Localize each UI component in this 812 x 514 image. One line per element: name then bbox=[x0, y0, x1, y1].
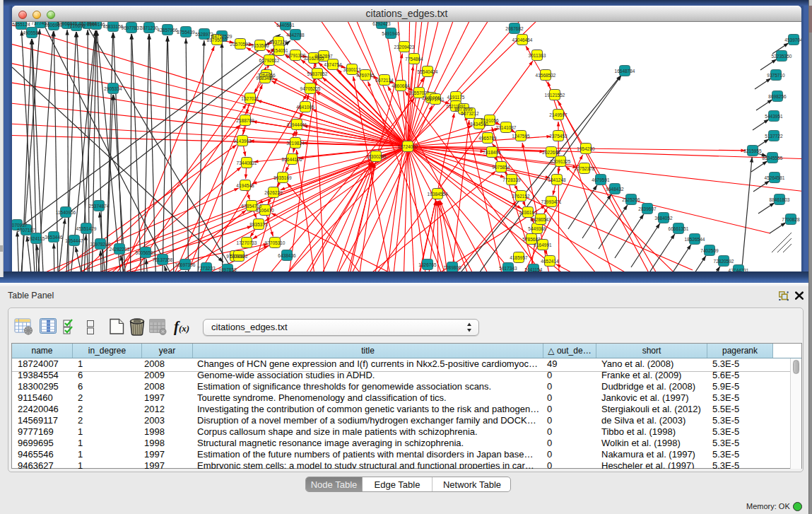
svg-text:4679591: 4679591 bbox=[592, 177, 610, 182]
svg-text:18300295: 18300295 bbox=[366, 154, 387, 159]
svg-text:5491946: 5491946 bbox=[382, 31, 400, 36]
svg-text:18526544: 18526544 bbox=[685, 237, 705, 242]
svg-text:1054447: 1054447 bbox=[65, 238, 83, 243]
svg-text:41568532: 41568532 bbox=[536, 73, 556, 78]
svg-text:72820592: 72820592 bbox=[714, 259, 734, 264]
svg-text:11540956: 11540956 bbox=[56, 210, 76, 215]
svg-text:19384554: 19384554 bbox=[428, 192, 448, 197]
svg-text:5673212: 5673212 bbox=[461, 111, 479, 116]
svg-text:8434500: 8434500 bbox=[470, 122, 488, 127]
svg-text:3219824: 3219824 bbox=[286, 141, 305, 146]
svg-text:9548432: 9548432 bbox=[606, 187, 624, 192]
svg-text:1326765: 1326765 bbox=[418, 262, 437, 267]
svg-text:96977837: 96977837 bbox=[122, 25, 142, 30]
svg-text:4652414: 4652414 bbox=[541, 259, 559, 264]
svg-text:94705205: 94705205 bbox=[300, 86, 321, 91]
svg-text:4965789: 4965789 bbox=[478, 136, 497, 141]
svg-text:41944441: 41944441 bbox=[287, 122, 307, 127]
svg-text:8215955: 8215955 bbox=[743, 148, 762, 153]
svg-text:2087682: 2087682 bbox=[505, 26, 524, 31]
svg-text:20752378: 20752378 bbox=[575, 166, 595, 171]
svg-text:7700828: 7700828 bbox=[782, 217, 800, 222]
svg-text:17270733: 17270733 bbox=[237, 240, 257, 245]
svg-text:2022698: 2022698 bbox=[542, 150, 560, 155]
svg-text:23209423: 23209423 bbox=[394, 45, 415, 49]
svg-text:3684052: 3684052 bbox=[654, 216, 673, 221]
svg-text:45351479: 45351479 bbox=[76, 226, 97, 231]
svg-text:5449368: 5449368 bbox=[528, 226, 546, 231]
svg-text:18724007: 18724007 bbox=[398, 144, 418, 149]
svg-text:3154051: 3154051 bbox=[270, 48, 288, 53]
svg-text:43744231: 43744231 bbox=[729, 268, 749, 272]
svg-text:16648784: 16648784 bbox=[615, 69, 635, 74]
svg-text:55540424: 55540424 bbox=[418, 69, 438, 74]
svg-text:66661351: 66661351 bbox=[669, 226, 689, 231]
svg-text:2149597: 2149597 bbox=[549, 112, 567, 117]
svg-text:5041154: 5041154 bbox=[525, 267, 543, 272]
svg-text:4841005: 4841005 bbox=[296, 105, 314, 110]
svg-text:7402509: 7402509 bbox=[700, 248, 719, 253]
svg-text:1036161: 1036161 bbox=[519, 210, 537, 215]
svg-text:6672134: 6672134 bbox=[375, 78, 394, 83]
svg-text:2375453: 2375453 bbox=[549, 134, 567, 139]
svg-text:5855124: 5855124 bbox=[12, 22, 30, 27]
svg-text:9897858: 9897858 bbox=[218, 267, 237, 272]
svg-text:97705310: 97705310 bbox=[265, 240, 286, 245]
svg-text:5924115: 5924115 bbox=[28, 236, 45, 241]
svg-text:4842788: 4842788 bbox=[286, 33, 305, 37]
svg-text:73440831: 73440831 bbox=[237, 160, 257, 165]
svg-text:2905334: 2905334 bbox=[104, 86, 122, 91]
svg-text:9937326: 9937326 bbox=[269, 40, 288, 45]
svg-text:24282218: 24282218 bbox=[110, 247, 130, 252]
svg-text:4374754: 4374754 bbox=[324, 62, 342, 67]
svg-text:85345555: 85345555 bbox=[763, 156, 783, 160]
svg-text:45264581: 45264581 bbox=[765, 175, 785, 180]
svg-text:3030113: 3030113 bbox=[343, 67, 361, 72]
svg-text:5528972: 5528972 bbox=[195, 32, 213, 37]
svg-text:42857966: 42857966 bbox=[158, 28, 178, 33]
svg-text:43046464: 43046464 bbox=[512, 37, 533, 42]
svg-text:9852897: 9852897 bbox=[314, 54, 333, 59]
svg-text:8106470: 8106470 bbox=[256, 208, 274, 213]
svg-text:7728339: 7728339 bbox=[502, 177, 521, 182]
svg-text:78137358: 78137358 bbox=[153, 257, 173, 262]
svg-text:5785687: 5785687 bbox=[522, 237, 541, 242]
svg-text:7754864: 7754864 bbox=[405, 57, 423, 62]
svg-text:4769795: 4769795 bbox=[356, 73, 375, 78]
svg-text:2626229: 2626229 bbox=[264, 190, 283, 195]
svg-text:81286543: 81286543 bbox=[531, 217, 551, 222]
svg-text:4194548: 4194548 bbox=[236, 183, 254, 188]
svg-text:1247595: 1247595 bbox=[512, 134, 530, 139]
svg-text:52091325: 52091325 bbox=[551, 159, 571, 164]
svg-text:7273233: 7273233 bbox=[197, 266, 216, 271]
svg-text:5374922: 5374922 bbox=[230, 254, 248, 259]
svg-text:9375710: 9375710 bbox=[767, 73, 785, 78]
svg-text:4860684: 4860684 bbox=[392, 83, 410, 88]
svg-text:23141087: 23141087 bbox=[496, 125, 517, 130]
svg-text:2525206: 2525206 bbox=[622, 197, 640, 202]
svg-text:5017343: 5017343 bbox=[499, 266, 517, 271]
svg-text:9164991: 9164991 bbox=[534, 243, 552, 247]
svg-text:4539704: 4539704 bbox=[784, 37, 801, 42]
svg-text:9153566: 9153566 bbox=[251, 43, 269, 48]
svg-text:45833156: 45833156 bbox=[103, 24, 124, 29]
svg-text:1841248: 1841248 bbox=[548, 177, 566, 182]
svg-text:3653446: 3653446 bbox=[45, 235, 63, 240]
svg-text:82070937: 82070937 bbox=[12, 223, 28, 228]
svg-text:73791320: 73791320 bbox=[286, 53, 306, 58]
svg-text:9143903: 9143903 bbox=[233, 139, 252, 144]
svg-text:36697396: 36697396 bbox=[175, 262, 196, 267]
svg-text:19121552: 19121552 bbox=[545, 93, 565, 98]
svg-text:51837852: 51837852 bbox=[307, 71, 328, 76]
svg-text:5137722: 5137722 bbox=[765, 134, 783, 139]
svg-text:6707197: 6707197 bbox=[17, 228, 35, 233]
svg-text:3871230: 3871230 bbox=[140, 25, 158, 30]
svg-text:8755439: 8755439 bbox=[177, 30, 195, 35]
svg-text:9683481: 9683481 bbox=[256, 76, 274, 81]
svg-text:3762152: 3762152 bbox=[512, 194, 530, 199]
svg-text:6292423: 6292423 bbox=[372, 22, 391, 26]
svg-text:89795010: 89795010 bbox=[207, 37, 228, 42]
svg-text:39557077: 39557077 bbox=[409, 90, 430, 95]
svg-text:1954280: 1954280 bbox=[577, 146, 595, 151]
svg-text:4185957: 4185957 bbox=[510, 255, 528, 260]
